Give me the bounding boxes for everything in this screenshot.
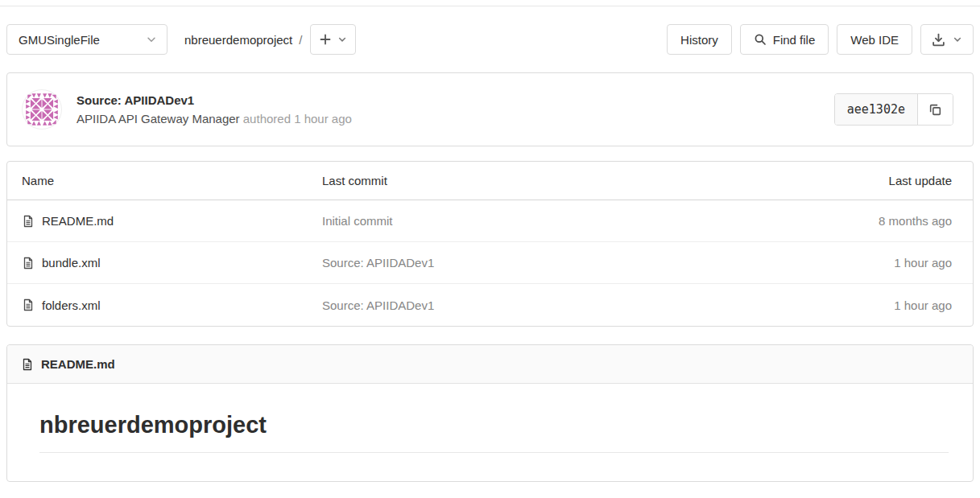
last-update-text: 1 hour ago xyxy=(775,256,952,270)
find-file-label: Find file xyxy=(773,33,816,47)
file-table-body: README.md Initial commit 8 months ago bu… xyxy=(7,200,973,326)
repo-toolbar: GMUSingleFile nbreuerdemoproject / Histo… xyxy=(6,24,974,55)
branch-name: GMUSingleFile xyxy=(19,33,100,47)
file-document-icon xyxy=(22,215,35,228)
file-name-link[interactable]: folders.xml xyxy=(42,298,101,312)
file-document-icon xyxy=(22,298,35,311)
commit-short-sha: aee1302e xyxy=(835,94,917,125)
file-document-icon xyxy=(21,358,34,371)
readme-filename: README.md xyxy=(41,357,115,371)
add-to-repo-button[interactable] xyxy=(310,24,356,55)
file-document-icon xyxy=(22,257,35,270)
table-row: folders.xml Source: APIIDADev1 1 hour ag… xyxy=(7,284,973,326)
chevron-down-icon xyxy=(146,34,157,45)
web-ide-button[interactable]: Web IDE xyxy=(837,24,912,55)
breadcrumb-project-link[interactable]: nbreuerdemoproject xyxy=(184,33,292,47)
readme-file-header[interactable]: README.md xyxy=(7,345,973,384)
commit-authored-time: authored 1 hour ago xyxy=(243,112,352,126)
file-table: Name Last commit Last update README.md I… xyxy=(6,161,974,327)
commit-message-link[interactable]: Source: APIIDADev1 xyxy=(322,298,434,312)
column-header-last-commit: Last commit xyxy=(322,174,775,187)
chevron-down-icon xyxy=(953,35,962,44)
commit-author-link[interactable]: APIIDA API Gateway Manager xyxy=(76,112,240,126)
commit-message-link[interactable]: Initial commit xyxy=(322,214,393,228)
top-divider xyxy=(0,6,980,6)
commit-sha-pill: aee1302e xyxy=(834,93,953,126)
breadcrumb: nbreuerdemoproject / xyxy=(184,33,310,47)
table-row: README.md Initial commit 8 months ago xyxy=(7,200,973,242)
readme-content: nbreuerdemoproject xyxy=(7,384,973,481)
last-commit-panel: Source: APIIDADev1 APIIDA API Gateway Ma… xyxy=(6,72,974,146)
file-name-link[interactable]: README.md xyxy=(42,214,114,228)
commit-message-link[interactable]: Source: APIIDADev1 xyxy=(322,256,434,270)
toolbar-actions: History Find file Web IDE xyxy=(667,24,974,55)
file-table-header: Name Last commit Last update xyxy=(7,162,973,200)
last-update-text: 1 hour ago xyxy=(775,298,952,312)
search-icon xyxy=(754,33,767,46)
commit-title-link[interactable]: Source: APIIDADev1 xyxy=(76,93,352,107)
readme-heading: nbreuerdemoproject xyxy=(39,410,949,453)
find-file-button[interactable]: Find file xyxy=(740,24,829,55)
last-update-text: 8 months ago xyxy=(775,214,952,228)
history-button[interactable]: History xyxy=(667,24,732,55)
copy-icon xyxy=(928,103,942,117)
file-name-link[interactable]: bundle.xml xyxy=(42,256,101,270)
copy-sha-button[interactable] xyxy=(917,94,953,125)
download-button[interactable] xyxy=(920,24,974,55)
chevron-down-icon xyxy=(337,35,347,44)
commit-info: Source: APIIDADev1 APIIDA API Gateway Ma… xyxy=(76,93,352,126)
column-header-last-update: Last update xyxy=(775,174,952,187)
branch-selector[interactable]: GMUSingleFile xyxy=(6,24,167,55)
download-icon xyxy=(932,33,945,47)
breadcrumb-separator: / xyxy=(299,33,302,47)
table-row: bundle.xml Source: APIIDADev1 1 hour ago xyxy=(7,242,973,284)
column-header-name: Name xyxy=(22,174,322,187)
identicon-avatar xyxy=(22,89,62,130)
readme-panel: README.md nbreuerdemoproject xyxy=(6,344,974,482)
plus-icon xyxy=(319,33,332,46)
repository-page: GMUSingleFile nbreuerdemoproject / Histo… xyxy=(0,0,980,498)
